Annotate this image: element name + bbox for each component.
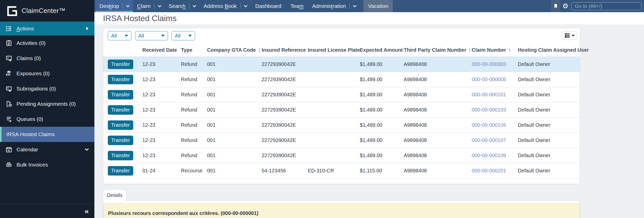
transfer-button[interactable]: Transfer: [108, 151, 133, 160]
cell-received-date: 12-23: [142, 77, 181, 82]
sidebar-item-label: Claims (0): [16, 55, 41, 61]
transfer-button[interactable]: Transfer: [108, 105, 133, 115]
tab-dashboard[interactable]: Dashboard: [251, 0, 286, 12]
transfer-button[interactable]: Transfer: [108, 166, 133, 175]
claim-number-link[interactable]: 000-00-000109: [472, 153, 506, 158]
claim-number-link[interactable]: 000-00-000107: [472, 137, 506, 143]
table-row: Transfer 12-23 Refund 001 22729390042E $…: [103, 133, 580, 148]
cell-company-gta-code: 001: [207, 153, 262, 158]
sidebar-item-calendar[interactable]: 31 Calendar: [0, 142, 94, 157]
claim-number-link[interactable]: 000-00-000003: [472, 61, 506, 67]
sort-arrows-icon[interactable]: ▲▼: [258, 48, 261, 52]
cell-type: Refund: [181, 107, 207, 113]
cell-company-gta-code: 001: [207, 92, 262, 98]
tab-address-book[interactable]: Address Book: [199, 0, 251, 12]
cell-received-date: 01-24: [142, 168, 181, 174]
chevron-down-icon[interactable]: [241, 5, 251, 7]
cell-hosting-claim-assigned-user: Default Owner: [518, 137, 580, 143]
sidebar-item-label: Queues (0): [16, 116, 43, 122]
table-row: Transfer 12-23 Refund 001 22729390042E $…: [103, 57, 580, 72]
sidebar-item-exposures[interactable]: Exposures (0): [0, 66, 94, 81]
cell-received-date: 12-23: [142, 92, 181, 98]
cell-third-party-claim-number: A9898408: [404, 168, 472, 174]
svg-text:31: 31: [8, 149, 10, 152]
cell-received-date: 12-23: [142, 122, 181, 128]
table-row: Transfer 12-23 Refund 001 22729390042E $…: [103, 102, 580, 117]
tab-administration[interactable]: Administration: [308, 0, 360, 12]
cell-expected-amount: $1,489.00: [360, 61, 404, 67]
sidebar-item-label: Calendar: [16, 147, 38, 153]
column-header: Received Date: [142, 47, 181, 53]
cell-third-party-claim-number: A9898408: [404, 61, 472, 67]
sidebar-item-pending-assignments[interactable]: Pending Assignments (0): [0, 96, 94, 112]
tab-vacation[interactable]: Vacation: [363, 0, 393, 12]
chevron-down-icon[interactable]: [155, 5, 165, 7]
bookmark-button[interactable]: [551, 0, 560, 12]
sidebar-item-queues[interactable]: Queues (0): [0, 112, 94, 127]
cell-insured-license-plate: ED-310-CR: [308, 168, 360, 174]
tab-claim[interactable]: Claim: [133, 0, 165, 12]
main-content: IRSA Hosted Claims All All All Received …: [94, 12, 644, 218]
sidebar-item-activities[interactable]: Activities (0): [0, 35, 94, 51]
transfer-button[interactable]: Transfer: [108, 75, 133, 84]
column-header[interactable]: Company GTA Code▲▼: [207, 47, 262, 53]
sidebar-item-subrogations[interactable]: Subrogations (0): [0, 81, 94, 96]
dropdown-caret-icon: [188, 35, 192, 37]
transfer-button[interactable]: Transfer: [108, 120, 133, 130]
cell-third-party-claim-number: A9898408: [404, 137, 472, 143]
sidebar-item-bulk-invoices[interactable]: Bulk Invoices: [0, 157, 94, 172]
cell-hosting-claim-assigned-user: Default Owner: [518, 61, 580, 67]
tab-search[interactable]: Search: [165, 0, 200, 12]
cell-company-gta-code: 001: [207, 61, 262, 67]
cell-received-date: 12-23: [142, 61, 181, 67]
cell-insured-reference: 22729390042E: [262, 77, 308, 82]
chevron-down-icon[interactable]: [350, 5, 360, 7]
cell-third-party-claim-number: A9898408: [404, 153, 472, 158]
cell-third-party-claim-number: A9898408: [404, 77, 472, 82]
sidebar-item-actions[interactable]: Actions: [0, 22, 94, 35]
cell-expected-amount: $1,489.00: [360, 107, 404, 113]
tab-team[interactable]: Team: [286, 0, 308, 12]
claim-number-link[interactable]: 000-00-000005: [472, 77, 506, 82]
collapse-sidebar-button[interactable]: «: [84, 207, 89, 215]
sidebar-item-claims[interactable]: Claims (0): [0, 51, 94, 66]
gear-button[interactable]: ⚙: [560, 0, 570, 12]
claim-number-link[interactable]: 000-00-000201: [472, 168, 506, 173]
chevron-down-icon[interactable]: [123, 5, 133, 7]
filter-dropdown-3[interactable]: All: [172, 31, 195, 40]
transfer-button[interactable]: Transfer: [108, 90, 133, 99]
brand-area: ClaimCenter™: [0, 0, 94, 22]
sort-arrows-icon[interactable]: ▲▼: [509, 48, 511, 52]
tab-desktop[interactable]: Desktop: [95, 0, 133, 12]
cell-type: Refund: [181, 92, 207, 98]
table-row: Transfer 12-23 Refund 001 22729390042E $…: [103, 148, 580, 163]
table-header-row: Received DateTypeCompany GTA Code▲▼Insur…: [103, 43, 580, 57]
cell-expected-amount: $1,489.00: [360, 137, 404, 143]
cell-third-party-claim-number: A9898408: [404, 92, 472, 98]
sidebar-item-irsa-hosted-claims[interactable]: IRSA Hosted Claims: [0, 127, 94, 142]
filter-dropdown-2[interactable]: All: [135, 31, 168, 40]
claim-number-link[interactable]: 000-00-000105: [472, 122, 506, 128]
filter-dropdown-1[interactable]: All: [108, 31, 131, 40]
cell-expected-amount: $1,489.00: [360, 153, 404, 158]
table-row: Transfer 01-24 Recourse 001 54-123456 ED…: [103, 163, 580, 178]
actions-icon: [6, 25, 12, 32]
claim-number-link[interactable]: 000-00-000103: [472, 107, 506, 113]
column-layout-button[interactable]: [562, 31, 577, 40]
chevron-down-icon[interactable]: [189, 5, 199, 7]
column-header[interactable]: Claim Number▲▼: [472, 47, 518, 53]
cell-expected-amount: $1,489.00: [360, 122, 404, 128]
chevron-down-icon: [85, 148, 89, 151]
cell-received-date: 12-23: [142, 137, 181, 143]
sidebar-item-label: Pending Assignments (0): [16, 101, 76, 107]
cell-hosting-claim-assigned-user: Default Owner: [518, 107, 580, 113]
details-warning-message: Plusieurs recours correspondent aux crit…: [103, 203, 580, 218]
goto-input[interactable]: [571, 2, 641, 10]
sort-arrows-icon[interactable]: ▲▼: [469, 48, 471, 52]
transfer-button[interactable]: Transfer: [108, 136, 133, 145]
tab-details[interactable]: Details: [103, 189, 126, 201]
transfer-button[interactable]: Transfer: [108, 60, 133, 69]
column-header[interactable]: Third Party Claim Number▲▼: [404, 47, 472, 53]
cell-insured-reference: 22729390042E: [262, 92, 308, 98]
claim-number-link[interactable]: 000-00-000101: [472, 92, 506, 97]
